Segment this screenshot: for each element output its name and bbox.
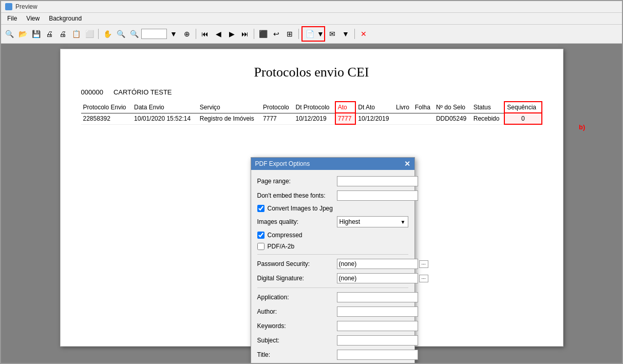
digital-input-group: ··· [337, 273, 428, 283]
digital-row: Digital Signature: ··· [257, 273, 408, 283]
cell-servico: Registro de Imóveis [198, 113, 261, 124]
toolbar-sep-1 [98, 29, 99, 39]
cell-status: Recebido [471, 113, 505, 124]
toolbar-email-btn[interactable]: ✉ [326, 28, 338, 40]
dialog-title: PDF Export Options [255, 160, 310, 167]
password-dots-btn[interactable]: ··· [419, 260, 428, 268]
window-title: Preview [15, 3, 37, 10]
toolbar-sep-2 [196, 29, 196, 39]
application-input[interactable] [337, 292, 418, 302]
toolbar-sep-5 [354, 29, 355, 39]
pdf-export-dialog: PDF Export Options ✕ Page range: Don't e… [251, 157, 415, 363]
col-servico: Serviço [198, 102, 261, 113]
menu-bar: File View Background [1, 13, 622, 25]
toolbar-pdf-export-btn[interactable]: 📄 [303, 27, 317, 41]
password-input[interactable] [337, 259, 418, 269]
toolbar-layout-btn[interactable]: ⬜ [83, 28, 96, 40]
toolbar-copy-btn[interactable]: 📋 [70, 28, 82, 40]
page-range-input[interactable] [337, 176, 418, 186]
cell-protocolo: 7777 [261, 113, 293, 124]
title-input[interactable] [337, 350, 418, 360]
cartorio-name: CARTÓRIO TESTE [114, 88, 172, 96]
author-input[interactable] [337, 306, 418, 317]
images-quality-row: Images quality: Highest ▼ [257, 216, 408, 227]
zoom-input[interactable]: 100% [141, 29, 167, 39]
images-quality-select[interactable]: Highest ▼ [337, 216, 408, 227]
cell-livro [394, 113, 413, 124]
cell-sequencia: 0 [504, 113, 541, 124]
author-row: Author: [257, 306, 408, 317]
page-range-label: Page range: [257, 178, 337, 185]
digital-dots-btn[interactable]: ··· [419, 275, 428, 282]
compressed-label: Compressed [268, 232, 303, 239]
dialog-sep-2 [257, 288, 408, 288]
toolbar-prev-btn[interactable]: ◀ [212, 28, 224, 40]
toolbar-email-dropdown-btn[interactable]: ▼ [339, 28, 352, 40]
digital-label: Digital Signature: [257, 275, 337, 282]
dialog-sep-1 [257, 254, 408, 255]
pdfa-checkbox[interactable] [257, 243, 265, 250]
convert-images-checkbox[interactable] [257, 205, 265, 212]
images-quality-value: Highest [339, 218, 361, 225]
toolbar-sep-3 [254, 29, 254, 39]
main-window: Preview File View Background 🔍 📂 💾 🖨 🖨 📋… [0, 0, 623, 364]
toolbar-pdf-dropdown-btn[interactable]: ▼ [317, 27, 324, 41]
subject-label: Subject: [257, 337, 337, 344]
col-protocolo: Protocolo [261, 102, 293, 113]
annotation-b: b) [579, 123, 585, 131]
cell-dt-protocolo: 10/12/2019 [294, 113, 335, 124]
title-row: Title: [257, 350, 408, 360]
menu-view[interactable]: View [22, 14, 44, 23]
toolbar-sep-4 [298, 29, 299, 39]
keywords-label: Keywords: [257, 322, 337, 330]
toolbar-highlighted-group: 📄 ▼ [301, 26, 325, 42]
toolbar-print-btn[interactable]: 🖨 [56, 28, 69, 40]
col-protocolo-envio: Protocolo Envio [81, 102, 133, 113]
keywords-row: Keywords: [257, 321, 408, 331]
toolbar-save-btn[interactable]: 💾 [30, 28, 42, 40]
keywords-input[interactable] [337, 321, 418, 331]
toolbar-export-btn[interactable]: ↩ [270, 28, 282, 40]
toolbar-zoom-in-btn[interactable]: 🔍 [115, 28, 127, 40]
dialog-close-btn[interactable]: ✕ [404, 160, 410, 168]
cell-dt-ato: 10/12/2019 [355, 113, 394, 124]
report-page: Protocolos envio CEI 000000 CARTÓRIO TES… [60, 49, 563, 347]
application-label: Application: [257, 294, 337, 301]
pdfa-label: PDF/A-2b [268, 243, 295, 250]
cartorio-code: 000000 [81, 88, 103, 96]
col-data-envio: Data Envio [132, 102, 198, 113]
toolbar-last-btn[interactable]: ⏭ [239, 28, 251, 40]
cell-data-envio: 10/01/2020 15:52:14 [132, 113, 198, 124]
toolbar-zoom-out-btn[interactable]: 🔍 [128, 28, 140, 40]
fonts-input[interactable] [337, 190, 418, 201]
digital-input[interactable] [337, 273, 418, 283]
dialog-body: Page range: Don't embed these fonts: Con… [251, 170, 414, 363]
convert-images-label: Convert Images to Jpeg [268, 205, 333, 212]
toolbar-first-btn[interactable]: ⏮ [199, 28, 211, 40]
toolbar-next-btn[interactable]: ▶ [225, 28, 238, 40]
toolbar-toggle-btn[interactable]: ⬛ [257, 28, 269, 40]
convert-images-row: Convert Images to Jpeg [257, 205, 408, 212]
toolbar-open-btn[interactable]: 📂 [16, 28, 29, 40]
table-row: 22858392 10/01/2020 15:52:14 Registro de… [81, 113, 542, 124]
title-bar: Preview [1, 1, 622, 13]
report-subtitle: 000000 CARTÓRIO TESTE [81, 88, 542, 96]
compressed-checkbox[interactable] [257, 232, 265, 239]
zoom-dropdown-btn[interactable]: ▼ [167, 28, 180, 40]
page-range-row: Page range: [257, 176, 408, 186]
cell-protocolo-envio: 22858392 [81, 113, 133, 124]
toolbar-print-preview-btn[interactable]: 🖨 [43, 28, 55, 40]
col-ato: Ato [335, 102, 356, 113]
toolbar-hand-btn[interactable]: ✋ [101, 28, 114, 40]
col-dt-ato: Dt Ato [355, 102, 394, 113]
menu-file[interactable]: File [3, 14, 21, 23]
toolbar-search-btn[interactable]: 🔍 [3, 28, 15, 40]
toolbar-zoom-reset-btn[interactable]: ⊕ [181, 28, 193, 40]
menu-background[interactable]: Background [45, 14, 86, 23]
compressed-row: Compressed [257, 232, 408, 239]
subject-input[interactable] [337, 335, 418, 346]
toolbar-stop-btn[interactable]: ✕ [357, 28, 370, 40]
toolbar: 🔍 📂 💾 🖨 🖨 📋 ⬜ ✋ 🔍 🔍 100% ▼ ⊕ ⏮ ◀ ▶ ⏭ ⬛ ↩… [1, 25, 622, 44]
toolbar-grid-btn[interactable]: ⊞ [284, 28, 296, 40]
dialog-title-bar: PDF Export Options ✕ [251, 158, 414, 170]
